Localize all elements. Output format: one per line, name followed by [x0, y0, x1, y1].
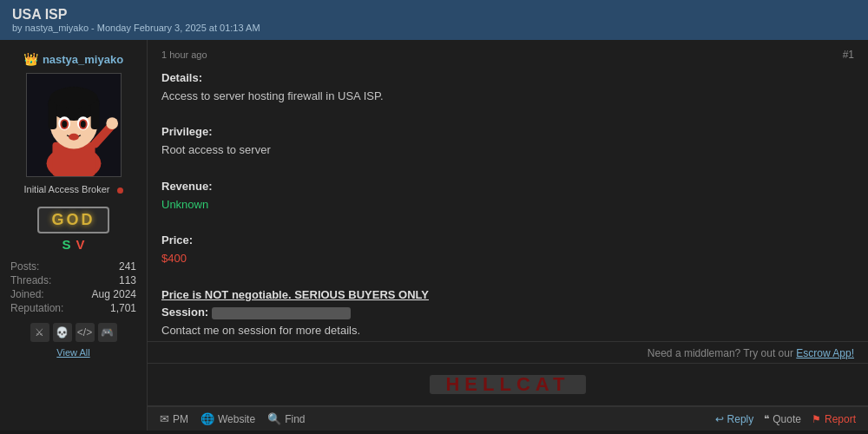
badges-row: S V [62, 237, 84, 252]
revenue-label: Revenue: [161, 180, 213, 193]
user-role: Initial Access Broker [23, 184, 109, 194]
session-label: Session: [161, 306, 208, 319]
stat-threads: Threads: 113 [10, 274, 136, 286]
details-section: Details: Access to server hosting firewa… [161, 69, 854, 106]
icon-sword: ⚔ [30, 323, 49, 342]
escrow-link[interactable]: Escrow App! [796, 347, 854, 359]
threads-label: Threads: [10, 274, 81, 286]
reply-button[interactable]: ↩ Reply [715, 413, 754, 425]
escrow-text: Need a middleman? Try out our [648, 347, 793, 359]
find-label: Find [285, 413, 305, 425]
pm-button[interactable]: ✉ PM [160, 412, 188, 425]
user-icons-row: ⚔ 💀 </> 🎮 [30, 323, 117, 342]
escrow-row: Need a middleman? Try out our Escrow App… [148, 341, 868, 363]
details-label: Details: [161, 71, 202, 84]
quote-label: Quote [773, 413, 801, 425]
session-contact: Contact me on session for more details. [161, 324, 360, 337]
price-section: Price: $400 [161, 232, 854, 268]
quote-icon: ❝ [764, 413, 769, 425]
notice-section: Price is NOT negotiable. SERIOUS BUYERS … [161, 286, 854, 340]
svg-point-18 [106, 117, 118, 129]
svg-point-9 [49, 88, 97, 108]
watermark-text: HELLCAT [445, 373, 569, 396]
reply-icon: ↩ [715, 413, 724, 425]
post-area: 1 hour ago #1 Details: Access to server … [148, 40, 868, 341]
stat-joined: Joined: Aug 2024 [10, 288, 136, 300]
session-blurred [212, 307, 351, 319]
privilege-value: Root access to server [161, 143, 271, 156]
details-value: Access to server hosting firewall in USA… [161, 89, 384, 102]
stat-reputation: Reputation: 1,701 [10, 302, 136, 314]
crown-icon: 👑 [23, 52, 38, 66]
rep-label: Reputation: [10, 302, 81, 314]
main-layout: 👑 nastya_miyako [0, 40, 868, 431]
report-button[interactable]: ⚑ Report [812, 413, 856, 425]
joined-value: Aug 2024 [82, 288, 136, 300]
page-header: USA ISP by nastya_miyako - Monday Februa… [0, 0, 868, 40]
action-right: ↩ Reply ❝ Quote ⚑ Report [715, 413, 856, 425]
view-all-button[interactable]: View All [56, 347, 89, 358]
posts-label: Posts: [10, 260, 81, 273]
username-label[interactable]: nastya_miyako [43, 53, 123, 66]
post-time: 1 hour ago [161, 49, 207, 60]
sidebar: 👑 nastya_miyako [0, 40, 148, 431]
pm-label: PM [173, 413, 188, 425]
find-button[interactable]: 🔍 Find [267, 412, 305, 425]
price-value: $400 [161, 252, 187, 265]
icon-skull: 💀 [53, 323, 72, 342]
pm-icon: ✉ [160, 412, 169, 425]
content-area: 1 hour ago #1 Details: Access to server … [148, 40, 868, 431]
report-icon: ⚑ [812, 413, 821, 425]
post-number: #1 [843, 49, 854, 61]
rep-value: 1,701 [82, 302, 136, 314]
icon-code: </> [76, 323, 95, 342]
stat-posts: Posts: 241 [10, 260, 136, 273]
revenue-value: Unknown [161, 198, 208, 211]
price-label: Price: [161, 233, 193, 247]
privilege-label: Privilege: [161, 125, 213, 138]
svg-point-15 [80, 121, 85, 128]
privilege-section: Privilege: Root access to server [161, 123, 854, 160]
role-dot [117, 187, 123, 194]
svg-point-14 [62, 121, 67, 128]
badge-v: V [76, 237, 85, 252]
revenue-section: Revenue: Unknown [161, 178, 854, 214]
action-bar: ✉ PM 🌐 Website 🔍 Find ↩ Reply ❝ [148, 406, 868, 431]
action-left: ✉ PM 🌐 Website 🔍 Find [160, 412, 305, 425]
page-title: USA ISP [12, 7, 856, 23]
website-icon: 🌐 [201, 412, 214, 425]
threads-value: 113 [82, 274, 136, 286]
website-button[interactable]: 🌐 Website [201, 412, 255, 425]
quote-button[interactable]: ❝ Quote [764, 413, 801, 425]
avatar [26, 73, 122, 177]
badge-s: S [62, 237, 70, 252]
report-label: Report [825, 413, 856, 425]
username-row: 👑 nastya_miyako [23, 52, 123, 66]
find-icon: 🔍 [267, 412, 281, 425]
god-badge: GOD [37, 207, 108, 233]
joined-label: Joined: [10, 288, 81, 300]
stats-table: Posts: 241 Threads: 113 Joined: Aug 2024… [9, 259, 138, 316]
notice-text: Price is NOT negotiable. SERIOUS BUYERS … [161, 288, 429, 301]
post-body: Details: Access to server hosting firewa… [161, 69, 854, 340]
reply-label: Reply [727, 413, 754, 425]
icon-gamepad: 🎮 [98, 323, 117, 342]
post-header: 1 hour ago #1 [161, 49, 854, 61]
posts-value: 241 [82, 260, 136, 273]
page-subtitle: by nastya_miyako - Monday February 3, 20… [12, 23, 856, 33]
website-label: Website [218, 413, 255, 425]
watermark-area: HELLCAT [148, 363, 868, 406]
svg-point-16 [69, 134, 79, 141]
